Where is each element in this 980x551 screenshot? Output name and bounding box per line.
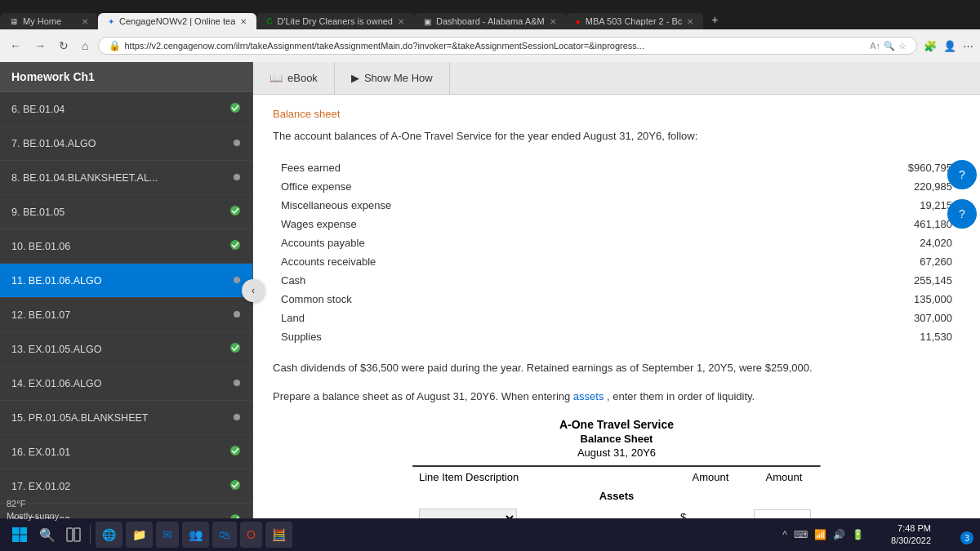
refresh-button[interactable]: ↻	[56, 38, 72, 54]
taskbar-app-edge[interactable]: 🌐	[96, 522, 122, 548]
tab-my-home[interactable]: 🖥 My Home ✕	[0, 13, 98, 29]
forward-button[interactable]: →	[31, 38, 49, 54]
svg-point-2	[234, 174, 240, 180]
help-button-1[interactable]: ?	[947, 160, 977, 189]
chevron-up-icon[interactable]: ^	[781, 527, 789, 542]
account-row-6: Accounts receivable67,260	[274, 253, 959, 270]
tab-close-1[interactable]: ✕	[82, 17, 88, 26]
sidebar-item-4[interactable]: 9. BE.01.05	[0, 195, 252, 229]
new-tab-button[interactable]: +	[703, 10, 726, 29]
network-icon[interactable]: 📶	[813, 527, 828, 542]
start-button[interactable]	[7, 522, 33, 548]
task-view-button[interactable]	[62, 523, 85, 546]
sidebar-item-6[interactable]: 11. BE.01.06.ALGO	[0, 264, 252, 298]
extensions-button[interactable]: 🧩	[924, 40, 937, 52]
sidebar-title: Homework Ch1	[11, 70, 95, 83]
prepare-highlight: assets	[573, 390, 604, 402]
taskbar-app-office[interactable]: O	[240, 522, 262, 548]
tab-icon-3: C	[266, 17, 272, 26]
sidebar-item-1[interactable]: 6. BE.01.04	[0, 92, 252, 127]
home-button[interactable]: ⌂	[78, 38, 91, 54]
tab-dlite[interactable]: C D'Lite Dry Cleaners is owned ✕	[256, 13, 414, 29]
more-button[interactable]: ⋯	[963, 40, 973, 52]
task-view-icon	[66, 527, 81, 542]
tab-close-3[interactable]: ✕	[398, 17, 404, 26]
bs-dropdown-cell[interactable]	[412, 505, 674, 519]
svg-point-0	[230, 103, 240, 113]
taskbar-app-file[interactable]: 📁	[126, 522, 153, 548]
sidebar-item-5[interactable]: 10. BE.01.06	[0, 229, 252, 264]
tab-title-4: Dashboard - Alabama A&M	[436, 16, 545, 26]
tab-cengage[interactable]: ✦ CengageNOWv2 | Online tea ✕	[98, 13, 256, 29]
url-box[interactable]: 🔒 https://v2.cengagenow.com/ilrn/takeAss…	[98, 37, 917, 55]
help-button-2[interactable]: ?	[947, 199, 977, 229]
account-table: Fees earned$960,795Office expense220,985…	[273, 158, 960, 347]
sidebar-item-status-11	[229, 445, 241, 459]
svg-rect-17	[20, 535, 28, 543]
bs-report-title: Balance Sheet	[412, 433, 821, 445]
notification-badge[interactable]: 3	[960, 531, 973, 544]
tab-mba[interactable]: ● MBA 503 Chapter 2 - Bc ✕	[566, 13, 704, 29]
tab-title-3: D'Lite Dry Cleaners is owned	[278, 16, 394, 26]
svg-point-3	[230, 206, 240, 216]
tab-icon-2: ✦	[108, 17, 114, 26]
tab-icon-4: ▣	[424, 17, 431, 26]
sidebar-item-2[interactable]: 7. BE.01.04.ALGO	[0, 127, 252, 161]
back-button[interactable]: ←	[7, 38, 24, 54]
tab-close-4[interactable]: ✕	[550, 17, 556, 26]
weather-temp: 82°F	[7, 498, 59, 509]
sidebar-collapse-button[interactable]: ‹	[242, 279, 265, 302]
sidebar-item-11[interactable]: 16. EX.01.01	[0, 435, 252, 469]
sidebar-list: 6. BE.01.047. BE.01.04.ALGO8. BE.01.04.B…	[0, 92, 252, 518]
sidebar-item-label-10: 15. PR.01.05A.BLANKSHEET	[11, 412, 233, 424]
svg-rect-19	[74, 528, 80, 541]
battery-icon[interactable]: 🔋	[850, 527, 866, 542]
balance-sheet: A-One Travel Service Balance Sheet Augus…	[412, 418, 821, 519]
outlook-icon: ✉	[163, 528, 172, 541]
sidebar-item-3[interactable]: 8. BE.01.04.BLANKSHEET.AL...	[0, 161, 252, 195]
tab-dashboard[interactable]: ▣ Dashboard - Alabama A&M ✕	[414, 13, 566, 29]
sidebar-item-status-10	[233, 411, 241, 424]
sidebar-item-8[interactable]: 13. EX.01.05.ALGO	[0, 332, 252, 367]
date-display: 8/30/2022	[891, 535, 931, 547]
bs-amount-cell[interactable]	[747, 505, 821, 519]
taskbar-app-teams[interactable]: 👥	[182, 522, 209, 548]
weather-desc: Mostly sunny	[7, 510, 59, 522]
sidebar-item-9[interactable]: 14. EX.01.06.ALGO	[0, 367, 252, 401]
sidebar-item-label-3: 8. BE.01.04.BLANKSHEET.AL...	[11, 172, 233, 184]
svg-rect-14	[12, 527, 20, 535]
account-row-8: Common stock135,000	[274, 291, 959, 308]
sidebar-item-label-11: 16. EX.01.01	[11, 447, 229, 458]
taskbar-app-store[interactable]: 🛍	[212, 522, 237, 548]
bs-company-name: A-One Travel Service	[412, 418, 821, 431]
tab-icon-1: 🖥	[10, 17, 18, 26]
tab-title-1: My Home	[23, 16, 77, 26]
calculator-icon: 🧮	[272, 528, 286, 541]
note-text: Cash dividends of $36,500 were paid duri…	[273, 360, 960, 376]
bs-item-select-1[interactable]	[419, 509, 517, 519]
main-layout: Homework Ch1 6. BE.01.047. BE.01.04.ALGO…	[0, 62, 980, 518]
svg-point-9	[234, 414, 240, 420]
sidebar-item-10[interactable]: 15. PR.01.05A.BLANKSHEET	[0, 401, 252, 435]
sidebar-item-status-1	[229, 102, 241, 116]
content-scroll[interactable]: ? ? Balance sheet The account balances o…	[253, 95, 980, 518]
taskbar-app-calc[interactable]: 🧮	[265, 522, 292, 548]
bs-table-inner: Line Item Description Amount Amount Asse…	[412, 468, 821, 519]
profile-button[interactable]: 👤	[943, 40, 956, 52]
tab-close-5[interactable]: ✕	[687, 17, 693, 26]
bs-amount-input-1[interactable]	[754, 509, 811, 519]
svg-rect-16	[12, 535, 20, 543]
speaker-icon[interactable]: 🔊	[831, 527, 847, 542]
account-row-7: Cash255,145	[274, 272, 959, 289]
tab-close-2[interactable]: ✕	[240, 17, 247, 26]
keyboard-icon[interactable]: ⌨	[792, 527, 809, 542]
taskbar-separator	[90, 525, 91, 544]
sidebar-item-status-4	[229, 205, 241, 219]
search-taskbar-button[interactable]: 🔍	[36, 523, 59, 546]
taskbar-app-outlook[interactable]: ✉	[156, 522, 179, 548]
sidebar-item-7[interactable]: 12. BE.01.07	[0, 298, 252, 332]
ebook-button[interactable]: 📖 eBook	[253, 62, 335, 94]
sidebar-item-label-5: 10. BE.01.06	[11, 241, 229, 252]
url-text: https://v2.cengagenow.com/ilrn/takeAssig…	[124, 41, 866, 51]
show-me-how-button[interactable]: ▶ Show Me How	[335, 62, 450, 94]
